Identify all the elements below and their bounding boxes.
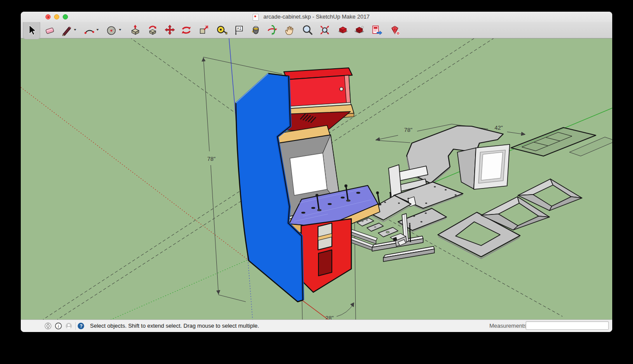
marquee-glass xyxy=(287,75,350,107)
arc-icon xyxy=(84,24,95,36)
orbit-icon xyxy=(267,24,278,36)
tape-measure-icon xyxy=(216,24,228,36)
tool-line-button[interactable]: ▼ xyxy=(59,21,82,38)
dimension-label-panel-length: 78" xyxy=(404,127,412,133)
toolbar: ▼ ▼ ▼ xyxy=(21,22,612,38)
red-axis-dotted xyxy=(21,87,248,260)
dimension-label-height: 78" xyxy=(207,156,215,162)
coin-door-recess xyxy=(318,250,332,276)
statusbar-divider xyxy=(75,322,76,330)
eraser-icon xyxy=(44,24,56,36)
tool-scale-button[interactable] xyxy=(195,21,212,38)
svg-text:?: ? xyxy=(80,323,82,329)
tool-push-pull-button[interactable] xyxy=(126,21,144,38)
arcade-cabinet-model[interactable] xyxy=(236,68,380,302)
credits-info-button[interactable]: i xyxy=(55,322,62,329)
tool-zoom-extents-button[interactable] xyxy=(316,21,333,38)
extension-gem-icon xyxy=(389,24,401,36)
tool-tape-measure-button[interactable] xyxy=(213,21,230,38)
svg-text:i: i xyxy=(58,324,59,329)
tool-arc-button[interactable]: ▼ xyxy=(81,21,105,38)
push-pull-icon xyxy=(129,24,141,36)
zoom-extents-icon xyxy=(319,24,331,36)
get-models-button[interactable] xyxy=(334,21,351,38)
line-dropdown-caret[interactable]: ▼ xyxy=(73,28,77,32)
blue-axis-dotted xyxy=(248,260,253,320)
rotate-icon xyxy=(180,24,192,36)
tool-orbit-button[interactable] xyxy=(263,21,281,38)
sketchup-window: arcade-cabinet.skp - SketchUp Make 2017 … xyxy=(21,12,612,332)
warehouse-model-icon xyxy=(337,24,349,36)
follow-me-icon xyxy=(147,24,158,36)
tool-follow-me-button[interactable] xyxy=(144,21,161,38)
circle-shape-icon xyxy=(106,24,118,36)
share-model-button[interactable] xyxy=(350,21,368,38)
part-crt-monitor[interactable] xyxy=(457,144,510,189)
tool-pan-button[interactable] xyxy=(280,21,298,38)
extension-warehouse-button[interactable] xyxy=(386,21,403,38)
send-to-layout-button[interactable] xyxy=(368,21,385,38)
desktop-background: arcade-cabinet.skp - SketchUp Make 2017 … xyxy=(0,0,633,364)
tool-select-button[interactable] xyxy=(23,20,40,39)
titlebar: arcade-cabinet.skp - SketchUp Make 2017 xyxy=(21,12,612,22)
svg-text:A1: A1 xyxy=(237,26,241,31)
tool-move-button[interactable] xyxy=(161,21,178,38)
warehouse-share-icon xyxy=(353,24,365,36)
measurements-label: Measurements xyxy=(489,322,527,329)
select-arrow-icon xyxy=(26,24,38,36)
exploded-parts[interactable] xyxy=(346,126,612,262)
move-icon xyxy=(164,24,176,36)
zoom-magnifier-icon xyxy=(302,24,313,36)
status-message: Select objects. Shift to extend select. … xyxy=(90,322,259,329)
tool-shapes-button[interactable]: ▼ xyxy=(104,21,127,38)
text-icon: A1 xyxy=(233,24,245,36)
modeling-viewport[interactable]: 78" 78" 42" 28" xyxy=(21,38,612,320)
arc-dropdown-caret[interactable]: ▼ xyxy=(96,28,100,32)
pencil-icon xyxy=(61,24,73,36)
paint-bucket-icon xyxy=(250,24,261,36)
dimension-label-panel-width: 42" xyxy=(495,125,503,131)
tool-eraser-button[interactable] xyxy=(41,21,58,38)
tool-text-button[interactable]: A1 xyxy=(230,21,247,38)
help-button[interactable]: ? xyxy=(77,322,84,329)
marquee-hole xyxy=(340,87,343,91)
statusbar: i ? Select objects. Shift to extend sele… xyxy=(21,319,612,332)
scene-canvas: 78" 78" 42" 28" xyxy=(21,38,612,320)
tool-rotate-button[interactable] xyxy=(177,21,195,38)
tool-zoom-button[interactable] xyxy=(299,21,316,38)
pan-hand-icon xyxy=(283,24,295,36)
screen xyxy=(290,153,327,195)
geolocation-button[interactable] xyxy=(45,322,51,329)
tool-paint-bucket-button[interactable] xyxy=(247,21,264,38)
scale-icon xyxy=(198,24,209,36)
green-axis-dotted xyxy=(108,260,248,320)
measurements-input[interactable] xyxy=(526,321,609,330)
window-title: arcade-cabinet.skp - SketchUp Make 2017 xyxy=(21,13,612,20)
claim-credit-button[interactable] xyxy=(65,322,72,329)
layout-document-icon xyxy=(371,24,382,36)
front-panel[interactable] xyxy=(301,219,351,292)
shapes-dropdown-caret[interactable]: ▼ xyxy=(118,28,122,32)
